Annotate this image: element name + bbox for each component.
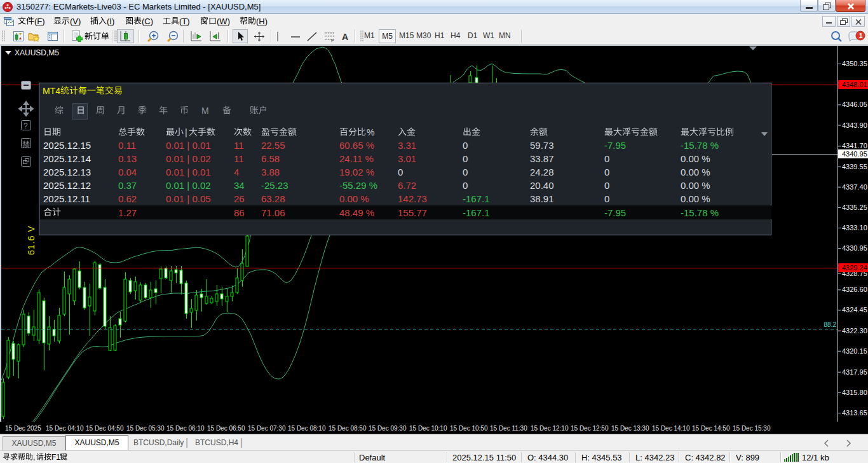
svg-text:4320.15: 4320.15 (842, 347, 867, 355)
svg-text:4315.80: 4315.80 (842, 389, 867, 396)
svg-text:4350.35: 4350.35 (842, 60, 867, 67)
svg-text:4346.05: 4346.05 (842, 100, 867, 108)
svg-text:4339.55: 4339.55 (842, 163, 867, 170)
svg-text:4341.70: 4341.70 (842, 142, 867, 149)
svg-text:4322.30: 4322.30 (842, 327, 867, 335)
svg-text:4340.95: 4340.95 (842, 150, 867, 158)
svg-text:4324.45: 4324.45 (842, 306, 867, 314)
svg-text:4343.90: 4343.90 (842, 121, 867, 129)
svg-text:4348.01: 4348.01 (842, 81, 867, 88)
svg-text:4335.25: 4335.25 (842, 204, 867, 211)
svg-text:XAUUSD,M5: XAUUSD,M5 (15, 48, 59, 57)
svg-text:4330.95: 4330.95 (842, 244, 867, 252)
svg-text:?: ? (24, 121, 28, 130)
svg-text:4317.95: 4317.95 (842, 368, 867, 376)
svg-text:F: F (331, 38, 334, 43)
svg-text:4326.60: 4326.60 (842, 286, 867, 293)
svg-text:4329.24: 4329.24 (842, 264, 867, 272)
svg-text:61.6 V: 61.6 V (26, 226, 36, 255)
svg-text:4337.40: 4337.40 (842, 183, 867, 191)
svg-text:4313.65: 4313.65 (842, 409, 867, 417)
svg-text:4333.10: 4333.10 (842, 224, 867, 232)
svg-text:88.2: 88.2 (824, 321, 837, 328)
svg-text:1: 1 (859, 32, 863, 39)
